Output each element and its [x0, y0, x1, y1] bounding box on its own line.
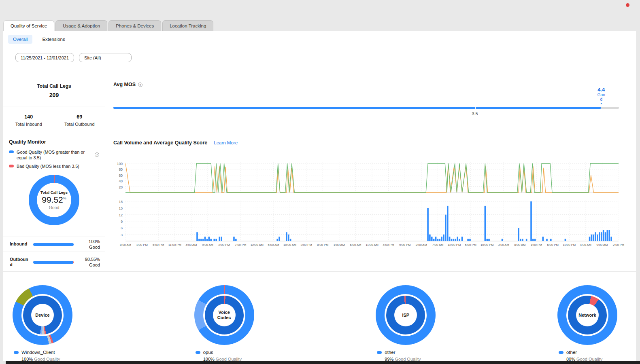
x-tick-label: 10:00 AM	[283, 243, 296, 247]
device-legend-swatch	[14, 351, 19, 354]
x-tick-label: 2:00 PM	[218, 243, 230, 247]
filter-bar: 11/25/2021 - 12/01/2021 Site (All)	[15, 53, 132, 62]
call-volume-title: Call Volume and Average Quality Score	[113, 140, 207, 146]
x-tick-label: 11:00 AM	[366, 243, 378, 247]
record-dot-icon	[626, 3, 629, 7]
summary-column: Total Call Legs 209 140 Total Inbound 69…	[3, 75, 105, 271]
quality-monitor-title: Quality Monitor	[9, 139, 99, 145]
bar-chart-y-axis: 369121518	[113, 201, 125, 242]
avg-mos-marker: 4.4 Good ▼	[596, 87, 606, 105]
device-donut-outer-ring: Device	[13, 285, 72, 345]
subtab-overall[interactable]: Overall	[8, 35, 32, 44]
x-tick-label: 3:00 PM	[300, 243, 312, 247]
line-y-tick-label: 80	[119, 167, 123, 171]
x-tick-label: 12:00 AM	[251, 243, 264, 247]
donut-center-value: 99.52	[42, 195, 63, 204]
bar-y-tick-label: 3	[121, 233, 123, 237]
top-tab-bar: Quality of Service Usage & Adoption Phon…	[3, 20, 213, 31]
total-inbound-value: 140	[3, 114, 54, 120]
donut-center-title: Total Call Legs	[40, 190, 68, 195]
voice-codec-legend-swatch	[196, 351, 200, 354]
voice-codec-legend-label: opus	[203, 350, 213, 355]
avg-mos-gauge: 3.5 4.4 Good ▼	[113, 75, 619, 134]
avg-mos-threshold-label: 3.5	[472, 111, 478, 116]
outbound-bar-bad	[73, 261, 74, 264]
voice-codec-donut-title: Voice Codec	[213, 304, 236, 326]
outbound-quality-bar	[33, 261, 74, 264]
isp-breakdown: ISP other 99% Good Quality	[376, 285, 440, 362]
avg-mos-value: 4.4	[597, 87, 605, 93]
total-call-legs-block: Total Call Legs 209	[3, 75, 105, 106]
marker-arrow-icon: ▼	[600, 102, 603, 105]
x-tick-label: 11:00 PM	[563, 243, 576, 247]
x-tick-label: 2:00 AM	[416, 243, 427, 247]
total-outbound-label: Total Outbound	[54, 122, 105, 127]
line-y-tick-label: 40	[119, 179, 123, 183]
avg-mos-section: Avg MOS ? 3.5 4.4 Good ▼	[105, 75, 636, 134]
total-inbound: 140 Total Inbound	[3, 114, 54, 127]
avg-mos-grade: Good	[596, 93, 606, 102]
call-volume-section: Call Volume and Average Quality Score Le…	[105, 134, 636, 272]
quality-line-chart	[125, 162, 619, 193]
good-quality-label: Good Quality (MOS greater than or equal …	[17, 149, 93, 161]
inbound-label: Inbound	[10, 241, 30, 247]
x-tick-label: 6:00 AM	[350, 243, 361, 247]
x-tick-label: 5:00 AM	[268, 243, 279, 247]
x-tick-label: 9:00 AM	[202, 243, 213, 247]
isp-donut-title: ISP	[394, 304, 417, 326]
network-legend-swatch	[559, 351, 563, 354]
call-volume-charts: 20406080100 369121518 8:00 AM1:00 PM6:00…	[113, 162, 619, 247]
x-tick-label: 3:00 AM	[498, 243, 509, 247]
tab-location-tracking[interactable]: Location Tracking	[162, 20, 213, 31]
device-legend: Windows_Client 100% Good Quality	[13, 350, 77, 362]
main-panel: Overall Extensions 11/25/2021 - 12/01/20…	[3, 31, 636, 361]
legend-item-bad: Bad Quality (MOS less than 3.5)	[9, 163, 99, 169]
outbound-quality-value: 98.55% Good	[77, 256, 100, 268]
isp-donut-inner-ring: ISP	[386, 296, 425, 334]
date-range-input[interactable]: 11/25/2021 - 12/01/2021	[15, 53, 74, 62]
quality-monitor-donut: Total Call Legs 99.52% Good	[29, 175, 79, 225]
x-tick-label: 1:00 PM	[136, 243, 147, 247]
bar-y-tick-label: 9	[121, 220, 123, 224]
inbound-quality-bar	[33, 243, 74, 246]
isp-legend: other 99% Good Quality	[376, 350, 440, 362]
bad-quality-label: Bad Quality (MOS less than 3.5)	[17, 163, 79, 169]
voice-codec-donut-outer-ring: Voice Codec	[194, 285, 254, 345]
line-y-tick-label: 20	[119, 185, 123, 189]
total-call-legs-value: 209	[49, 92, 59, 98]
avg-mos-track	[113, 107, 619, 109]
inbound-outbound-block: 140 Total Inbound 69 Total Outbound	[3, 106, 105, 134]
site-filter-input[interactable]: Site (All)	[79, 53, 132, 62]
outbound-quality-row: Outbound 98.55% Good	[3, 252, 105, 272]
quality-monitor-block: Quality Monitor Good Quality (MOS greate…	[3, 134, 105, 237]
donut-center-unit: %	[63, 196, 66, 200]
network-breakdown: Network other 80% Good Quality	[557, 285, 621, 362]
total-inbound-label: Total Inbound	[3, 122, 54, 127]
tab-phones-devices[interactable]: Phones & Devices	[108, 20, 161, 31]
inbound-bar-good	[33, 243, 74, 246]
breakdown-donuts-row: Device Windows_Client 100% Good Quality	[3, 285, 636, 362]
x-tick-label: 9:00 AM	[596, 243, 608, 247]
x-tick-label: 8:00 AM	[120, 243, 131, 247]
voice-codec-donut-inner-ring: Voice Codec	[205, 296, 244, 334]
subtab-extensions[interactable]: Extensions	[37, 35, 70, 44]
x-tick-label: 5:00 PM	[465, 243, 476, 247]
x-tick-label: 10:00 PM	[481, 243, 494, 247]
x-tick-label: 6:00 PM	[547, 243, 558, 247]
good-quality-swatch	[9, 150, 14, 153]
isp-legend-swatch	[377, 351, 382, 354]
quality-monitor-donut-center: Total Call Legs 99.52% Good	[37, 183, 71, 217]
network-donut-inner-ring: Network	[568, 296, 607, 334]
avg-mos-threshold-tick	[475, 107, 476, 109]
total-outbound-value: 69	[54, 114, 105, 120]
inbound-quality-row: Inbound 100% Good	[3, 237, 105, 252]
donut-center-grade: Good	[49, 205, 60, 210]
tab-quality-of-service[interactable]: Quality of Service	[3, 20, 54, 31]
line-chart-y-axis: 20406080100	[113, 162, 125, 193]
learn-more-link[interactable]: Learn More	[214, 140, 238, 145]
tab-usage-adoption[interactable]: Usage & Adoption	[55, 20, 107, 31]
bottom-window-edge	[6, 361, 640, 364]
x-tick-label: 7:00 PM	[235, 243, 246, 247]
good-quality-info-icon[interactable]: ?	[95, 152, 99, 157]
network-legend-label: other	[566, 350, 577, 355]
